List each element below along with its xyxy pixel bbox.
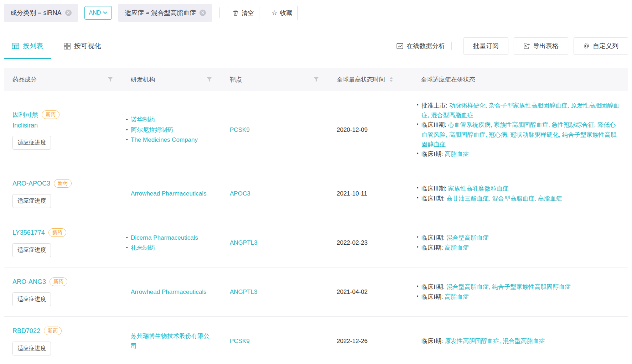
favorite-button[interactable]: ☆ 收藏 (266, 6, 298, 20)
status-line: 批准上市: 动脉粥样硬化, 杂合子型家族性高胆固醇血症, 原发性高胆固醇血症, … (421, 101, 621, 120)
filter-bar: 成分类别 = siRNA ✕ AND 适应症 ≈ 混合型高脂血症 ✕ 清空 ☆ … (4, 4, 628, 22)
indication-link[interactable]: 急性冠脉综合征 (552, 121, 594, 128)
clear-button[interactable]: 清空 (227, 6, 259, 20)
status-line: 临床II期: 混合型高脂血症 (421, 233, 621, 243)
column-label: 靶点 (230, 76, 242, 84)
indication-link[interactable]: 心血管系统疾病 (448, 121, 491, 128)
indication-link[interactable]: 家族性高乳糜微粒血症 (448, 185, 509, 192)
drug-name-link[interactable]: 因利司然 (12, 110, 38, 119)
org-link[interactable]: 苏州瑞博生物技术股份有限公司 (131, 333, 209, 349)
new-drug-badge: 新药 (42, 110, 59, 119)
org-link[interactable]: Dicerna Pharmaceuticals (131, 234, 198, 241)
customize-columns-label: 自定义列 (593, 42, 618, 50)
org-list: Arrowhead Pharmaceuticals (131, 287, 214, 297)
tab-visualization-view[interactable]: 按可视化 (56, 41, 109, 59)
status-line: 临床I期: 高脂血症 (421, 243, 621, 253)
filter-condition-tag: 成分类别 = siRNA ✕ (4, 4, 78, 22)
indication-progress-button[interactable]: 适应症进度 (12, 342, 51, 355)
indication-link[interactable]: 动脉粥样硬化 (449, 102, 485, 109)
org-link[interactable]: 诺华制药 (131, 116, 155, 123)
target-cell: PCSK9 (221, 317, 328, 364)
indication-progress-button[interactable]: 适应症进度 (12, 243, 51, 257)
column-header-target: 靶点 (221, 68, 328, 91)
toolbar-actions: 在线数据分析 批量订阅 导出表格 自定义列 (397, 37, 628, 59)
organization-cell: Arrowhead Pharmaceuticals (122, 169, 221, 218)
new-drug-badge: 新药 (44, 327, 62, 335)
indication-link[interactable]: 高脂血症 (445, 244, 469, 251)
indication-link[interactable]: 高脂血症 (445, 151, 469, 157)
indication-links: 心血管系统疾病, 家族性高胆固醇血症, 急性冠脉综合征, 降低心血管风险, 高胆… (421, 121, 617, 147)
drug-name-link[interactable]: ARO-ANG3 (12, 278, 46, 286)
tab-list-view[interactable]: 按列表 (4, 41, 51, 59)
indication-link[interactable]: 混合型高脂血症 (446, 234, 489, 241)
drug-name-link[interactable]: LY3561774 (12, 229, 45, 236)
drug-name-link[interactable]: RBD7022 (12, 327, 40, 335)
close-icon[interactable]: ✕ (65, 10, 72, 16)
org-link[interactable]: Arrowhead Pharmaceuticals (131, 288, 207, 295)
indication-link[interactable]: 冠状动脉粥样硬化 (510, 131, 559, 138)
target-link[interactable]: APOC3 (230, 190, 250, 197)
online-analysis-button[interactable]: 在线数据分析 (397, 42, 445, 50)
target-link[interactable]: PCSK9 (230, 126, 250, 133)
customize-columns-button[interactable]: 自定义列 (574, 37, 628, 54)
drug-name-en-link[interactable]: Inclisiran (12, 122, 115, 129)
org-list: 诺华制药阿尔尼拉姆制药The Medicines Company (131, 115, 214, 145)
export-table-button[interactable]: 导出表格 (514, 37, 568, 54)
org-item: 诺华制药 (131, 115, 214, 125)
indication-progress-button[interactable]: 适应症进度 (12, 136, 51, 150)
drug-name-link[interactable]: ARO-APOC3 (12, 180, 50, 187)
operator-dropdown[interactable]: AND (84, 6, 112, 20)
indication-link[interactable]: 冠心病 (489, 131, 507, 138)
filter-condition-tag: 适应症 ≈ 混合型高脂血症 ✕ (118, 4, 212, 22)
indication-link[interactable]: 高脂血症 (445, 293, 469, 300)
indication-link[interactable]: 混合型高脂血症 (431, 112, 473, 119)
org-link[interactable]: 礼来制药 (131, 244, 155, 251)
indication-link[interactable]: 原发性高胆固醇血症 (445, 338, 499, 344)
org-item: 阿尔尼拉姆制药 (131, 125, 214, 135)
batch-subscribe-button[interactable]: 批量订阅 (463, 37, 508, 54)
table-body: 因利司然 新药 Inclisiran 适应症进度 诺华制药阿尔尼拉姆制药The … (4, 91, 628, 364)
sort-icon[interactable] (389, 77, 393, 82)
status-phase-label: 临床I期: (421, 244, 445, 251)
indication-link[interactable]: 混合型高脂血症 (446, 284, 489, 290)
new-drug-badge: 新药 (48, 228, 66, 237)
org-link[interactable]: 阿尔尼拉姆制药 (131, 126, 173, 133)
indication-link[interactable]: 纯合子型家族性高胆固醇血症 (492, 284, 571, 290)
org-link[interactable]: The Medicines Company (131, 136, 198, 143)
new-drug-badge: 新药 (54, 179, 72, 188)
status-date: 2022-12-26 (337, 338, 368, 344)
indication-progress-button[interactable]: 适应症进度 (12, 194, 51, 208)
column-label: 研发机构 (131, 76, 155, 84)
status-line: 临床I期: 原发性高胆固醇血症, 混合型高脂血症 (421, 336, 621, 346)
filter-funnel-icon[interactable] (207, 77, 212, 82)
chevron-down-icon (103, 11, 107, 14)
indication-link[interactable]: 家族性高胆固醇血症 (494, 121, 548, 128)
indication-links: 动脉粥样硬化, 杂合子型家族性高胆固醇血症, 原发性高胆固醇血症, 混合型高脂血… (421, 102, 619, 119)
indication-link[interactable]: 高脂血症 (538, 195, 562, 202)
org-item: The Medicines Company (131, 135, 214, 145)
column-header-status-date: 全球最高状态时间 (328, 68, 412, 91)
table-row: RBD7022 新药 适应症进度 苏州瑞博生物技术股份有限公司 PCSK9 20… (4, 317, 628, 364)
indication-links: 高脂血症 (445, 244, 469, 251)
indication-link[interactable]: 高胆固醇血症 (449, 131, 485, 138)
target-link[interactable]: ANGPTL3 (230, 239, 257, 246)
export-icon (523, 43, 530, 49)
status-phase-label: 临床III期: (421, 121, 448, 128)
close-icon[interactable]: ✕ (200, 10, 206, 16)
org-item: Arrowhead Pharmaceuticals (131, 287, 214, 297)
filter-funnel-icon[interactable] (314, 77, 319, 82)
pharma-database-page: 成分类别 = siRNA ✕ AND 适应症 ≈ 混合型高脂血症 ✕ 清空 ☆ … (0, 0, 632, 364)
column-header-organization: 研发机构 (122, 68, 221, 91)
indication-progress-button[interactable]: 适应症进度 (12, 292, 51, 306)
filter-funnel-icon[interactable] (108, 77, 113, 82)
target-link[interactable]: PCSK9 (230, 338, 250, 344)
indication-link[interactable]: 高甘油三酯血症 (446, 195, 489, 202)
org-item: 苏州瑞博生物技术股份有限公司 (131, 331, 214, 351)
indication-link[interactable]: 杂合子型家族性高胆固醇血症 (489, 102, 568, 109)
target-link[interactable]: ANGPTL3 (230, 288, 257, 295)
gear-icon (583, 43, 590, 49)
org-link[interactable]: Arrowhead Pharmaceuticals (131, 190, 207, 197)
status-line: 临床III期: 心血管系统疾病, 家族性高胆固醇血症, 急性冠脉综合征, 降低心… (421, 120, 621, 149)
indication-link[interactable]: 混合型高脂血症 (503, 338, 545, 344)
indication-link[interactable]: 混合型高脂血症 (492, 195, 534, 202)
